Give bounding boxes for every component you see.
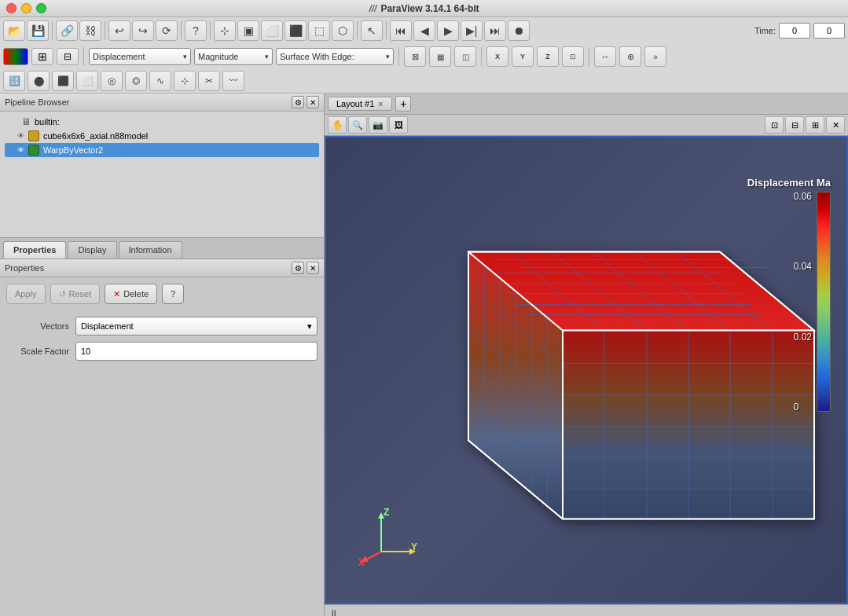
contour-button[interactable]: ◎ <box>101 71 123 91</box>
filter-button[interactable]: ⏣ <box>125 71 147 91</box>
colormap-button[interactable]: ◫ <box>454 46 476 67</box>
vectors-dropdown[interactable]: Displacement ▾ <box>75 317 318 336</box>
add-layout-button[interactable]: + <box>395 96 411 112</box>
vp-split-v-button[interactable]: ⊞ <box>806 116 824 134</box>
viewport-tools-right: ⊡ ⊟ ⊞ ✕ <box>765 116 845 134</box>
pipeline-header: Pipeline Browser ⚙ ✕ <box>0 94 324 112</box>
zoom-tool[interactable]: ⬛ <box>285 20 307 41</box>
tab-display[interactable]: Display <box>68 241 116 258</box>
vp-close-button[interactable]: ✕ <box>826 116 845 134</box>
vp-camera-button[interactable]: 📷 <box>369 116 387 134</box>
more-button[interactable]: » <box>644 46 666 67</box>
reset-button[interactable]: ↺ Reset <box>50 284 101 304</box>
apply-button[interactable]: Apply <box>6 284 46 304</box>
maximize-button[interactable] <box>36 3 46 13</box>
open-button[interactable]: 📂 <box>3 20 25 41</box>
eye-cube[interactable]: 👁 <box>17 132 24 140</box>
title-icon: /// <box>369 3 376 14</box>
colorbar-button[interactable]: ▦ <box>429 46 451 67</box>
pipeline-close-button[interactable]: ✕ <box>307 96 319 108</box>
props-settings-button[interactable]: ⚙ <box>292 262 304 274</box>
cube-icon <box>28 130 39 141</box>
component-value: Magnitude <box>198 52 238 61</box>
minimize-button[interactable] <box>21 3 31 13</box>
window-controls <box>6 3 46 13</box>
sphere-button[interactable]: ⬤ <box>28 71 50 91</box>
calc-button[interactable]: 🔢 <box>3 71 25 91</box>
status-icon: ⏸ <box>329 608 338 617</box>
measure-button[interactable]: ↔ <box>594 46 616 67</box>
scale-factor-input[interactable] <box>75 342 318 361</box>
xaxis-button[interactable]: X <box>486 46 508 67</box>
pick-tool[interactable]: ▣ <box>237 20 259 41</box>
pipeline-item-warp[interactable]: 👁 WarpByVector2 <box>5 143 319 157</box>
tab-information[interactable]: Information <box>119 241 182 258</box>
props-close-button[interactable]: ✕ <box>307 262 319 274</box>
layout-tab-close[interactable]: ✕ <box>377 100 384 108</box>
box-button[interactable]: ⬛ <box>52 71 74 91</box>
pointer-tool[interactable]: ↖ <box>361 20 383 41</box>
separator7 <box>83 47 84 66</box>
pipeline-settings-button[interactable]: ⚙ <box>292 96 304 108</box>
props-header: Properties ⚙ ✕ <box>0 258 324 277</box>
refresh-button[interactable]: ⟳ <box>156 20 178 41</box>
next-button[interactable]: ▶| <box>461 20 483 41</box>
component-dropdown[interactable]: Magnitude ▾ <box>194 48 273 65</box>
delete-button[interactable]: ✕ Delete <box>105 284 157 304</box>
layout-tab[interactable]: Layout #1 ✕ <box>328 97 392 111</box>
isometric-button[interactable]: ⊡ <box>562 46 584 67</box>
separator5 <box>357 21 358 40</box>
vp-maximize-button[interactable]: ⊡ <box>765 116 784 134</box>
vp-split-h-button[interactable]: ⊟ <box>785 116 804 134</box>
coloring-dropdown[interactable]: Displacement ▾ <box>89 48 191 65</box>
view-button[interactable]: ⊟ <box>57 48 79 65</box>
time-input[interactable] <box>779 23 810 38</box>
title-bar: /// ParaView 3.14.1 64-bit <box>0 0 848 17</box>
svg-text:Z: Z <box>384 507 389 518</box>
tab-properties[interactable]: Properties <box>3 241 66 258</box>
undo-button[interactable]: ↩ <box>108 20 130 41</box>
rubber-band-tool[interactable]: ⬜ <box>261 20 283 41</box>
pipeline-item-cube[interactable]: 👁 cube6x6x6_axial.n88model <box>5 129 319 143</box>
redo-button[interactable]: ↪ <box>132 20 154 41</box>
zaxis-button[interactable]: Z <box>537 46 559 67</box>
toolbar-row2: ⊞ ⊟ Displacement ▾ Magnitude ▾ Surface W… <box>0 44 848 69</box>
time-input2[interactable] <box>813 23 845 38</box>
separator4 <box>210 21 211 40</box>
smooth-button[interactable]: ∿ <box>149 71 171 91</box>
help-button[interactable]: ? <box>185 20 207 41</box>
record-button[interactable]: ⏺ <box>508 20 530 41</box>
surface-dropdown[interactable]: Surface With Edge: ▾ <box>276 48 394 65</box>
yaxis-button[interactable]: Y <box>512 46 534 67</box>
clip-button[interactable]: ✂ <box>198 71 220 91</box>
eye-warp[interactable]: 👁 <box>17 146 24 154</box>
viewport-canvas[interactable]: Displacement Ma 0.06 0.04 0.02 0 Z <box>325 136 848 604</box>
select-cells-tool[interactable]: ⬡ <box>332 20 354 41</box>
vp-screenshot-button[interactable]: 🖼 <box>389 116 408 134</box>
pipeline-item-builtin[interactable]: 🖥 builtin: <box>5 115 319 129</box>
split-view-button[interactable]: ⊞ <box>31 48 53 65</box>
save-button[interactable]: 💾 <box>27 20 49 41</box>
fastforward-button[interactable]: ⏭ <box>484 20 506 41</box>
surface-arrow: ▾ <box>386 53 390 60</box>
vp-interact-button[interactable]: ✋ <box>328 116 347 134</box>
pipeline-item-warp-label: WarpByVector2 <box>43 145 103 155</box>
glyph-button[interactable]: ⊹ <box>174 71 196 91</box>
help-action-button[interactable]: ? <box>162 284 184 304</box>
prev-button[interactable]: ◀ <box>413 20 435 41</box>
toolbar-row3: 🔢 ⬤ ⬛ ⬜ ◎ ⏣ ∿ ⊹ ✂ 〰 <box>0 69 848 93</box>
rewind-button[interactable]: ⏮ <box>390 20 412 41</box>
stream-button[interactable]: 〰 <box>222 71 244 91</box>
disconnect-button[interactable]: ⛓ <box>79 20 101 41</box>
reset-view-button[interactable]: ⊕ <box>619 46 641 67</box>
color-panel-button[interactable] <box>3 48 28 65</box>
pipeline-item-cube-label: cube6x6x6_axial.n88model <box>43 131 148 141</box>
close-button[interactable] <box>6 3 17 13</box>
vp-zoom-button[interactable]: 🔍 <box>348 116 367 134</box>
select-points-tool[interactable]: ⬚ <box>308 20 330 41</box>
connect-button[interactable]: 🔗 <box>56 20 78 41</box>
play-button[interactable]: ▶ <box>437 20 459 41</box>
rescale-button[interactable]: ⊠ <box>404 46 426 67</box>
select-tool[interactable]: ⊹ <box>214 20 236 41</box>
slice-button[interactable]: ⬜ <box>76 71 98 91</box>
